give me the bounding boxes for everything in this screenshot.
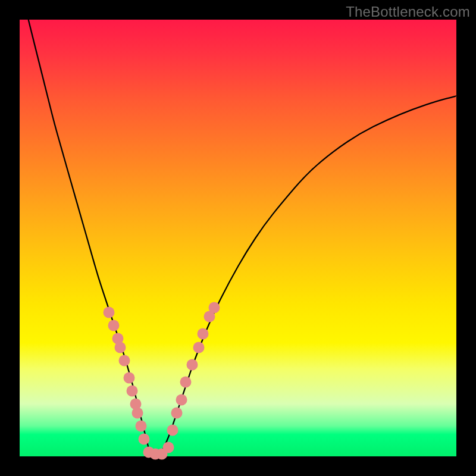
chart-canvas: TheBottleneck.com <box>0 0 476 476</box>
watermark-text: TheBottleneck.com <box>346 4 470 20</box>
gradient-background <box>20 20 456 456</box>
plot-area <box>20 20 456 456</box>
